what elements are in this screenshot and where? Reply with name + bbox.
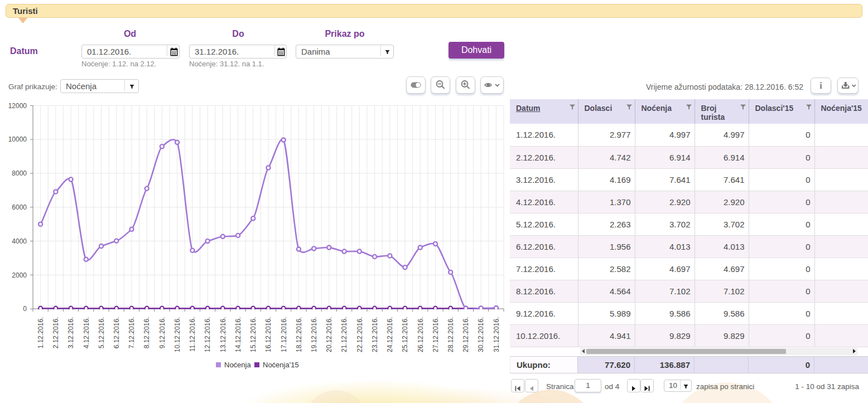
svg-text:0: 0 xyxy=(23,305,27,313)
svg-text:3.12.2016.: 3.12.2016. xyxy=(67,317,75,349)
svg-text:25.12.2016.: 25.12.2016. xyxy=(401,317,409,352)
svg-text:23.12.2016.: 23.12.2016. xyxy=(371,317,379,352)
svg-text:14.12.2016.: 14.12.2016. xyxy=(234,317,242,352)
svg-text:4000: 4000 xyxy=(12,237,27,245)
svg-text:2.12.2016.: 2.12.2016. xyxy=(52,317,60,349)
svg-text:7.12.2016.: 7.12.2016. xyxy=(128,317,136,349)
svg-text:Noćenja'15: Noćenja'15 xyxy=(263,361,299,369)
svg-text:24.12.2016.: 24.12.2016. xyxy=(386,317,394,352)
svg-text:28.12.2016.: 28.12.2016. xyxy=(447,317,455,352)
svg-text:1.12.2016.: 1.12.2016. xyxy=(37,317,45,349)
svg-text:29.12.2016.: 29.12.2016. xyxy=(462,317,470,352)
svg-text:13.12.2016.: 13.12.2016. xyxy=(219,317,227,352)
svg-text:17.12.2016.: 17.12.2016. xyxy=(280,317,288,352)
svg-text:27.12.2016.: 27.12.2016. xyxy=(432,317,440,352)
svg-text:10.12.2016.: 10.12.2016. xyxy=(173,317,181,352)
svg-text:11.12.2016.: 11.12.2016. xyxy=(189,317,196,352)
svg-text:2000: 2000 xyxy=(12,271,27,279)
svg-text:4.12.2016.: 4.12.2016. xyxy=(83,317,90,349)
svg-text:6000: 6000 xyxy=(12,203,27,211)
svg-text:5.12.2016.: 5.12.2016. xyxy=(98,317,105,349)
svg-text:8000: 8000 xyxy=(12,169,27,177)
svg-text:18.12.2016.: 18.12.2016. xyxy=(295,317,303,352)
svg-text:20.12.2016.: 20.12.2016. xyxy=(325,317,333,352)
svg-text:Noćenja: Noćenja xyxy=(224,361,251,369)
svg-text:9.12.2016.: 9.12.2016. xyxy=(158,317,166,349)
svg-text:26.12.2016.: 26.12.2016. xyxy=(417,317,425,352)
svg-text:6.12.2016.: 6.12.2016. xyxy=(113,317,120,349)
svg-text:10000: 10000 xyxy=(8,135,27,143)
svg-text:12.12.2016.: 12.12.2016. xyxy=(204,317,211,352)
svg-text:30.12.2016.: 30.12.2016. xyxy=(477,317,485,352)
svg-text:31.12.2016.: 31.12.2016. xyxy=(493,317,500,352)
svg-text:22.12.2016.: 22.12.2016. xyxy=(356,317,364,352)
svg-text:12000: 12000 xyxy=(8,102,27,110)
svg-text:19.12.2016.: 19.12.2016. xyxy=(310,317,318,352)
svg-text:8.12.2016.: 8.12.2016. xyxy=(143,317,151,349)
svg-text:15.12.2016.: 15.12.2016. xyxy=(249,317,257,352)
svg-text:16.12.2016.: 16.12.2016. xyxy=(264,317,272,352)
svg-text:21.12.2016.: 21.12.2016. xyxy=(340,317,348,352)
